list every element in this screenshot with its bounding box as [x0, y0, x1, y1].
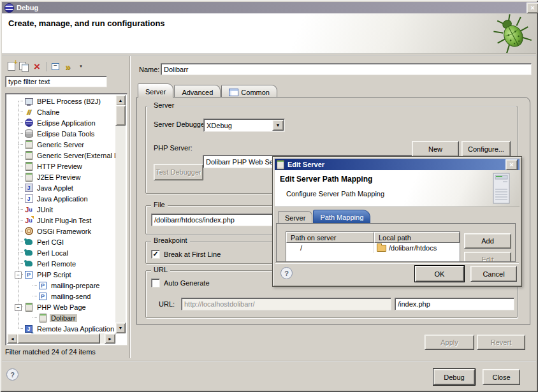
column-header-local-path[interactable]: Local path	[374, 232, 460, 243]
scroll-down-button[interactable]: ▼	[115, 323, 126, 333]
tab-advanced[interactable]: Advanced	[174, 85, 221, 98]
tree-item-php-script[interactable]: −PHP Script	[7, 269, 115, 280]
tree-item-label: BPEL Process (B2J)	[36, 98, 102, 105]
tree-item-osgi-framework[interactable]: OSGi Framework	[7, 226, 115, 236]
column-header-path-on-server[interactable]: Path on server	[286, 232, 374, 243]
debug-button[interactable]: Debug	[433, 369, 475, 385]
window-title: Debug	[17, 4, 38, 11]
dialog-close-button[interactable]: ×	[505, 159, 518, 170]
junit-icon	[24, 205, 34, 214]
dialog-help-button[interactable]: ?	[280, 267, 293, 279]
tree-item-dolibarr[interactable]: Dolibarr	[7, 312, 115, 323]
bpel-icon	[24, 97, 34, 106]
tree-item-perl-remote[interactable]: Perl Remote	[7, 258, 115, 269]
url-path-field[interactable]	[395, 298, 514, 310]
eclipse-icon	[24, 119, 34, 127]
close-button[interactable]: Close	[483, 369, 520, 385]
header-banner: Create, manage, and run configurations	[2, 13, 536, 54]
tree-item-php-web-page[interactable]: −PHP Web Page	[7, 301, 115, 312]
applet-icon	[24, 184, 34, 192]
help-button[interactable]: ?	[6, 368, 18, 381]
menu-arrow-icon[interactable]	[75, 61, 87, 72]
page-title: Create, manage, and run configurations	[8, 18, 165, 28]
tree-expander-icon[interactable]: −	[15, 272, 22, 279]
tree-expander-icon[interactable]: −	[15, 304, 22, 311]
tree-item-http-preview[interactable]: HTTP Preview	[7, 161, 115, 171]
tab-common[interactable]: Common	[221, 85, 277, 98]
breakpoint-group-label: Breakpoint	[151, 236, 190, 244]
tree-item-label: OSGi Framework	[36, 228, 92, 235]
tree-item-label: Java Applet	[36, 184, 75, 192]
tree-item-junit-plug-in-test[interactable]: JUnit Plug-in Test	[7, 215, 115, 226]
add-mapping-button[interactable]: Add	[464, 233, 511, 249]
perl-icon	[24, 249, 34, 258]
tree-item-remote-java-application[interactable]: Remote Java Application	[7, 323, 115, 333]
eclipse-logo-icon	[4, 3, 14, 13]
dialog-tab-path-mapping[interactable]: Path Mapping	[313, 210, 370, 223]
tree-item-eclipse-data-tools[interactable]: Eclipse Data Tools	[7, 128, 115, 139]
dropdown-arrow-icon[interactable]: ▼	[272, 120, 284, 131]
filter-icon[interactable]	[62, 61, 75, 72]
scroll-right-button[interactable]: ►	[105, 333, 115, 344]
window-close-button[interactable]: ×	[527, 3, 538, 13]
tree-item-label: JUnit	[36, 206, 54, 214]
duplicate-icon[interactable]	[18, 61, 31, 72]
tree-item-java-applet[interactable]: Java Applet	[7, 182, 115, 193]
toolbar-separator	[46, 62, 47, 71]
tree-item-label: Java Application	[36, 195, 89, 203]
tab-label: Common	[241, 89, 270, 96]
tab-label: Advanced	[182, 89, 213, 96]
tree-item-eclipse-application[interactable]: Eclipse Application	[7, 117, 115, 128]
path-mapping-row[interactable]: //dolibarr/htdocs	[286, 243, 460, 253]
vertical-scroll-thumb[interactable]	[115, 105, 126, 126]
scroll-up-button[interactable]: ▲	[115, 95, 126, 106]
remote-java-icon	[24, 324, 34, 333]
tree-item-label: HTTP Preview	[36, 163, 84, 170]
tree-item-generic-server[interactable]: Generic Server	[7, 139, 115, 150]
scroll-left-button[interactable]: ◄	[7, 333, 18, 344]
tree-item-j2ee-preview[interactable]: J2EE Preview	[7, 171, 115, 182]
dialog-tab-server[interactable]: Server	[278, 211, 312, 223]
path-mapping-table: Path on server Local path //dolibarr/htd…	[286, 231, 460, 262]
tab-label: Path Mapping	[320, 214, 363, 221]
url-group-label: URL	[151, 266, 170, 273]
junit-plugin-icon	[24, 216, 34, 225]
dialog-subheading: Configure Server Path Mapping	[286, 190, 384, 198]
server-icon	[24, 140, 34, 149]
delete-icon[interactable]	[31, 61, 43, 72]
configure-button[interactable]: Configure...	[462, 141, 511, 157]
panel-sash[interactable]	[129, 56, 130, 358]
server-icon	[24, 303, 34, 312]
local-path-value: /dolibarr/htdocs	[389, 244, 437, 252]
server-icon	[24, 151, 34, 160]
name-input[interactable]	[161, 63, 532, 75]
tree-item-bpel-process-b2j[interactable]: BPEL Process (B2J)	[7, 96, 115, 106]
bug-icon	[493, 13, 532, 53]
tree-item-perl-local[interactable]: Perl Local	[7, 247, 115, 258]
tab-server[interactable]: Server	[138, 83, 173, 98]
new-config-icon[interactable]	[5, 61, 18, 72]
cancel-button[interactable]: Cancel	[470, 266, 517, 282]
tree-item-mailing-prepare[interactable]: mailing-prepare	[7, 280, 115, 291]
tree-item-label: Generic Server	[36, 141, 85, 149]
tree-item-generic-server-external-la[interactable]: Generic Server(External La	[7, 150, 115, 161]
filter-input[interactable]	[5, 76, 107, 87]
tree-item-java-application[interactable]: Java Application	[7, 193, 115, 204]
tree-item-label: Perl Local	[36, 249, 69, 257]
name-label: Name:	[139, 66, 159, 73]
tree-item-cha-ne[interactable]: Chaîne	[7, 106, 115, 117]
tree-item-mailing-send[interactable]: mailing-send	[7, 291, 115, 301]
ok-button[interactable]: OK	[415, 266, 464, 282]
tree-item-perl-cgi[interactable]: Perl CGI	[7, 236, 115, 247]
horizontal-scroll-thumb[interactable]	[17, 333, 100, 344]
tree-item-label: mailing-prepare	[50, 282, 101, 289]
break-at-first-line-checkbox[interactable]	[151, 250, 160, 259]
php-icon	[38, 281, 48, 290]
tree-horizontal-scrollbar[interactable]: ◄ ►	[7, 333, 115, 344]
tree-vertical-scrollbar[interactable]: ▲ ▼	[115, 95, 126, 333]
new-server-button[interactable]: New	[412, 141, 459, 157]
tree-item-junit[interactable]: JUnit	[7, 204, 115, 215]
collapse-all-icon[interactable]	[49, 61, 62, 72]
server-debugger-dropdown[interactable]: XDebug ▼	[203, 119, 285, 132]
auto-generate-checkbox[interactable]	[151, 279, 160, 287]
